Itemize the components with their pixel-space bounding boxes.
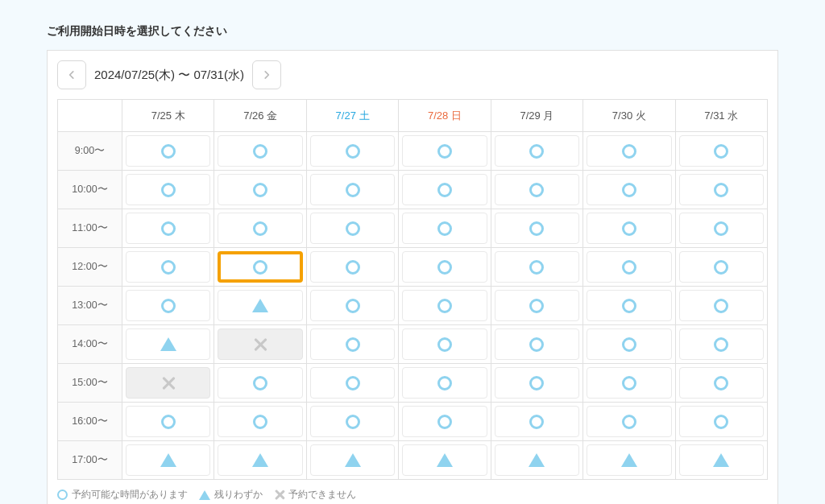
slot-cell — [214, 248, 306, 287]
slot-cell — [583, 287, 675, 325]
slot-button[interactable] — [310, 444, 395, 476]
slot-button[interactable] — [587, 213, 671, 244]
slot-button[interactable] — [495, 290, 579, 321]
slot-cell — [399, 248, 491, 287]
slot-button[interactable] — [495, 135, 579, 167]
slot-button[interactable] — [495, 174, 579, 205]
slot-button[interactable] — [218, 406, 302, 437]
slot-cell — [214, 325, 306, 364]
slot-button[interactable] — [679, 290, 764, 321]
circle-icon — [622, 415, 636, 429]
circle-icon — [437, 221, 452, 236]
slot-button[interactable] — [587, 135, 671, 167]
day-header: 7/29 月 — [491, 100, 582, 132]
time-header: 10:00〜 — [58, 171, 122, 209]
slot-button[interactable] — [218, 251, 302, 283]
slot-button[interactable] — [587, 290, 671, 321]
circle-icon — [529, 183, 544, 197]
slot-button[interactable] — [679, 213, 764, 244]
legend-unavailable: 予約できません — [274, 488, 356, 502]
triangle-icon — [252, 453, 268, 467]
slot-button[interactable] — [402, 251, 487, 283]
slot-cell — [306, 171, 398, 209]
slot-cell — [675, 132, 767, 171]
slot-button[interactable] — [126, 444, 210, 476]
slot-button[interactable] — [587, 251, 671, 283]
slot-button[interactable] — [587, 328, 671, 360]
circle-icon — [714, 299, 728, 313]
circle-icon — [161, 299, 176, 313]
slot-button[interactable] — [218, 290, 302, 321]
slot-button[interactable] — [310, 251, 395, 283]
slot-button[interactable] — [310, 328, 395, 360]
triangle-icon — [345, 453, 361, 467]
slot-button[interactable] — [310, 406, 395, 437]
slot-button[interactable] — [679, 135, 764, 167]
slot-button[interactable] — [126, 290, 210, 321]
circle-icon — [346, 415, 360, 429]
slot-cell — [399, 171, 491, 209]
slot-button[interactable] — [126, 328, 210, 360]
slot-button[interactable] — [495, 328, 579, 360]
slot-button[interactable] — [218, 367, 302, 399]
slot-button[interactable] — [402, 174, 487, 205]
cross-icon — [274, 490, 284, 500]
slot-button[interactable] — [679, 328, 764, 360]
time-header: 16:00〜 — [58, 403, 122, 441]
circle-icon — [253, 144, 267, 159]
slot-cell — [214, 364, 306, 403]
slot-button[interactable] — [402, 290, 487, 321]
slot-button[interactable] — [310, 174, 395, 205]
prev-week-button[interactable] — [57, 60, 86, 89]
slot-button[interactable] — [402, 444, 487, 476]
slot-cell — [306, 364, 398, 403]
slot-button[interactable] — [587, 444, 671, 476]
slot-button[interactable] — [402, 213, 487, 244]
slot-button[interactable] — [587, 406, 671, 437]
slot-button[interactable] — [126, 406, 210, 437]
slot-cell — [675, 364, 767, 403]
time-header: 9:00〜 — [58, 132, 122, 171]
slot-cell — [675, 287, 767, 325]
legend: 予約可能な時間があります 残りわずか 予約できません — [57, 488, 768, 502]
slot-button[interactable] — [218, 135, 302, 167]
slot-button[interactable] — [679, 251, 764, 283]
slot-cell — [214, 209, 306, 248]
slot-button[interactable] — [310, 213, 395, 244]
slot-button[interactable] — [402, 367, 487, 399]
slot-button[interactable] — [126, 251, 210, 283]
slot-button[interactable] — [495, 406, 579, 437]
slot-button[interactable] — [587, 367, 671, 399]
day-header: 7/25 木 — [122, 100, 214, 132]
circle-icon — [529, 415, 544, 429]
slot-button[interactable] — [402, 328, 487, 360]
triangle-icon — [621, 453, 637, 467]
slot-button[interactable] — [218, 444, 302, 476]
circle-icon — [253, 260, 267, 275]
legend-available-label: 予約可能な時間があります — [72, 488, 188, 502]
slot-button[interactable] — [126, 174, 210, 205]
slot-button[interactable] — [679, 444, 764, 476]
slot-button[interactable] — [402, 406, 487, 437]
slot-cell — [122, 364, 214, 403]
slot-button[interactable] — [587, 174, 671, 205]
slot-button[interactable] — [218, 213, 302, 244]
slot-cell — [214, 287, 306, 325]
slot-button[interactable] — [310, 367, 395, 399]
slot-button[interactable] — [495, 213, 579, 244]
slot-button[interactable] — [679, 174, 764, 205]
slot-button[interactable] — [679, 406, 764, 437]
slot-button[interactable] — [126, 213, 210, 244]
slot-button[interactable] — [495, 367, 579, 399]
slot-button[interactable] — [310, 290, 395, 321]
slot-button[interactable] — [218, 174, 302, 205]
slot-button[interactable] — [495, 251, 579, 283]
slot-button[interactable] — [126, 135, 210, 167]
slot-button[interactable] — [402, 135, 487, 167]
circle-icon — [529, 144, 544, 159]
next-week-button[interactable] — [252, 60, 281, 89]
slot-button[interactable] — [679, 367, 764, 399]
slot-button[interactable] — [495, 444, 579, 476]
slot-button[interactable] — [310, 135, 395, 167]
circle-icon — [346, 299, 360, 313]
